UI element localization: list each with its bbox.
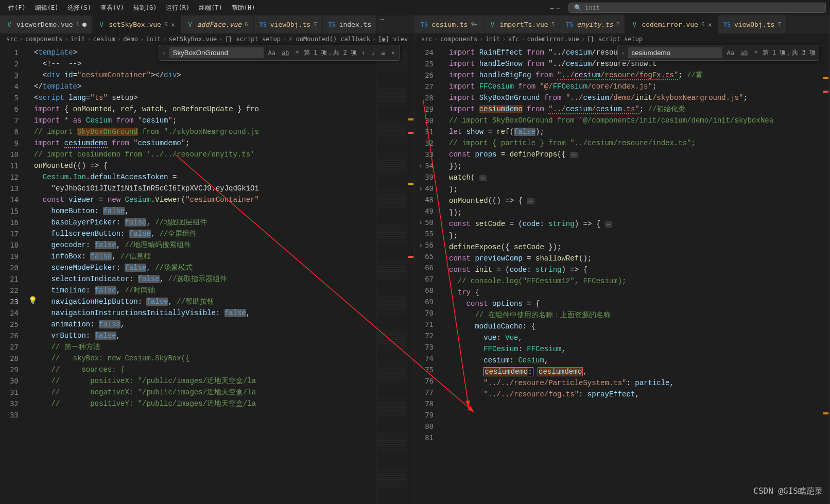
- whole-word-toggle[interactable]: ab: [739, 49, 749, 57]
- left-gutter: 1234567891011121314151617181920212223242…: [0, 45, 26, 504]
- search-text: init: [585, 4, 600, 11]
- menu-run[interactable]: 运行(R): [162, 2, 194, 14]
- find-next-icon[interactable]: ↓: [370, 49, 376, 57]
- crumb-file[interactable]: setSkyBox.vue: [168, 36, 217, 43]
- watermark: CSDN @GIS瞧葩菜: [753, 486, 823, 497]
- right-find-widget: › Aa ab * 第 1 项，共 3 项: [617, 45, 819, 61]
- menubar: 件(F) 编辑(E) 选择(S) 查看(V) 转到(G) 运行(R) 终端(T)…: [0, 0, 830, 15]
- tab-label: viewObj.ts: [270, 21, 310, 28]
- tab-viewobj[interactable]: TS viewObj.ts 7: [254, 15, 323, 33]
- crumb-symbol[interactable]: [◉] viev: [378, 36, 408, 43]
- nav-back-icon[interactable]: ←: [550, 4, 554, 12]
- tab-badge: 2: [616, 21, 620, 28]
- regex-toggle[interactable]: *: [293, 49, 300, 57]
- whole-word-toggle[interactable]: ab: [280, 49, 290, 57]
- find-filter-icon[interactable]: ≡: [380, 49, 387, 57]
- tab-enyity[interactable]: TS enyity.ts 2: [560, 15, 625, 33]
- left-editor[interactable]: 💡 12345678910111213141516171819202122232…: [0, 45, 414, 504]
- menu-edit[interactable]: 编辑(E): [31, 2, 63, 14]
- left-code[interactable]: <template> <!-- --> <div id="cesiumConta…: [26, 45, 376, 504]
- find-count: 第 1 项，共 3 项: [763, 48, 816, 57]
- right-breadcrumb[interactable]: src› components› init› sfc› codemirror.v…: [415, 33, 829, 45]
- more-tabs-icon[interactable]: ⋯: [377, 15, 387, 33]
- overview-ruler[interactable]: [407, 45, 414, 504]
- menu-goto[interactable]: 转到(G): [129, 2, 161, 14]
- tab-label: index.ts: [339, 21, 372, 28]
- tab-label: viewerDemo.vue: [16, 21, 73, 28]
- left-find-widget: › Aa ab * 第 1 项，共 2 项 ↑ ↓ ≡ ×: [159, 45, 400, 61]
- crumb[interactable]: src: [6, 36, 18, 43]
- chevron-right-icon[interactable]: ›: [162, 49, 166, 57]
- close-icon[interactable]: ×: [390, 49, 396, 57]
- vue-icon: V: [630, 21, 638, 29]
- find-prev-icon[interactable]: ↑: [360, 49, 367, 57]
- tab-codemirror[interactable]: V codemirror.vue 6 ×: [625, 15, 718, 33]
- left-tabs: V viewerDemo.vue 1 V setSkyBox.vue 6 × V…: [0, 15, 414, 33]
- crumb-symbol[interactable]: {} script setup: [225, 36, 281, 43]
- find-input[interactable]: [628, 47, 722, 58]
- crumb[interactable]: init: [146, 36, 161, 43]
- minimap[interactable]: [376, 45, 407, 504]
- tab-badge: 7: [314, 21, 317, 28]
- close-icon[interactable]: ×: [171, 21, 175, 29]
- tab-badge: 6: [164, 21, 168, 28]
- menu-view[interactable]: 查看(V): [96, 2, 128, 14]
- match-case-toggle[interactable]: Aa: [725, 49, 736, 57]
- command-center-search[interactable]: 🔍 init: [568, 3, 826, 13]
- crumb[interactable]: cesium: [93, 36, 115, 43]
- crumb-symbol[interactable]: {} script setup: [587, 36, 643, 43]
- nav-forward-icon[interactable]: →: [556, 4, 560, 12]
- lightbulb-icon[interactable]: 💡: [28, 296, 37, 304]
- menu-file[interactable]: 件(F): [4, 2, 30, 14]
- menu-terminal[interactable]: 终端(T): [195, 2, 227, 14]
- tab-label: importTs.vue: [500, 21, 548, 28]
- ts-icon: TS: [328, 21, 336, 29]
- tab-badge: 1: [76, 21, 80, 28]
- chevron-right-icon[interactable]: ›: [621, 49, 625, 57]
- ts-icon: TS: [565, 21, 574, 29]
- find-count: 第 1 项，共 2 项: [304, 48, 357, 57]
- tab-indexts[interactable]: TS index.ts: [323, 15, 377, 33]
- crumb[interactable]: init: [70, 36, 85, 43]
- crumb[interactable]: demo: [123, 36, 138, 43]
- crumb-file[interactable]: codemirror.vue: [527, 36, 579, 43]
- right-code[interactable]: import RainEffect from "../cesium/resour…: [441, 45, 822, 504]
- find-input[interactable]: [169, 47, 264, 58]
- left-breadcrumb[interactable]: src› components› init› cesium› demo› ini…: [0, 33, 414, 45]
- right-editor[interactable]: 24252627282930313233›3439›404849›5055›56…: [415, 45, 829, 504]
- tab-badge: 7: [777, 21, 781, 28]
- tab-importts[interactable]: V importTs.vue 5: [483, 15, 561, 33]
- tab-label: enyity.ts: [577, 21, 613, 28]
- crumb[interactable]: init: [485, 36, 500, 43]
- tab-viewobj-r[interactable]: TS viewObj.ts 7: [718, 15, 787, 33]
- menu-select[interactable]: 选择(S): [63, 2, 95, 14]
- tab-addface[interactable]: V addFace.vue 6: [181, 15, 254, 33]
- vue-icon: V: [97, 21, 106, 29]
- tab-cesium[interactable]: TS cesium.ts 9+: [415, 15, 483, 33]
- right-editor-pane: TS cesium.ts 9+ V importTs.vue 5 TS enyi…: [415, 15, 830, 504]
- crumb[interactable]: components: [25, 36, 62, 43]
- tab-setskybox[interactable]: V setSkyBox.vue 6 ×: [92, 15, 181, 33]
- overview-ruler[interactable]: [822, 45, 829, 504]
- crumb[interactable]: components: [440, 36, 477, 43]
- left-editor-pane: V viewerDemo.vue 1 V setSkyBox.vue 6 × V…: [0, 15, 415, 504]
- crumb[interactable]: src: [421, 36, 433, 43]
- tab-label: addFace.vue: [197, 21, 241, 28]
- tab-badge: 9+: [471, 21, 477, 28]
- ts-icon: TS: [259, 21, 267, 29]
- close-icon[interactable]: ×: [708, 21, 712, 29]
- crumb[interactable]: sfc: [508, 36, 520, 43]
- right-gutter: 24252627282930313233›3439›404849›5055›56…: [415, 45, 441, 504]
- vue-icon: V: [186, 21, 194, 29]
- match-case-toggle[interactable]: Aa: [267, 49, 277, 57]
- ts-icon: TS: [723, 21, 731, 29]
- tab-badge: 6: [245, 21, 248, 28]
- tab-label: cesium.ts: [431, 21, 468, 28]
- vue-icon: V: [489, 21, 497, 29]
- right-tabs: TS cesium.ts 9+ V importTs.vue 5 TS enyi…: [415, 15, 829, 33]
- regex-toggle[interactable]: *: [752, 49, 759, 57]
- tab-viewerdemo[interactable]: V viewerDemo.vue 1: [0, 15, 92, 33]
- crumb-symbol[interactable]: ⚡ onMounted() callback: [288, 36, 370, 43]
- search-icon: 🔍: [574, 4, 582, 11]
- menu-help[interactable]: 帮助(H): [228, 2, 260, 14]
